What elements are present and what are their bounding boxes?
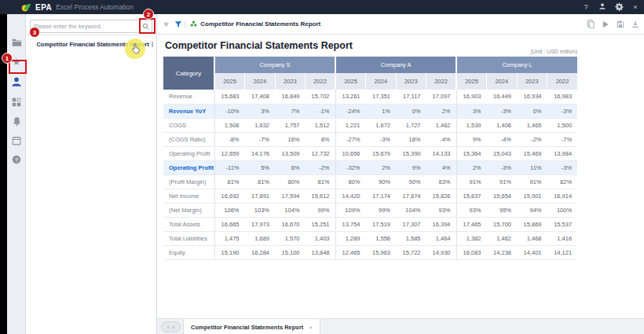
value-cell: 93%	[426, 203, 457, 217]
value-cell: 1,475	[214, 231, 245, 245]
settings-gear-icon[interactable]	[614, 2, 624, 13]
value-cell: 82%	[547, 174, 578, 189]
click-highlight	[125, 39, 145, 59]
value-cell: 100%	[547, 203, 578, 217]
sidebar-calendar-icon[interactable]	[7, 136, 26, 145]
value-cell: 91%	[487, 174, 518, 189]
value-cell: -2%	[517, 132, 547, 146]
value-cell: 1,556	[366, 231, 397, 245]
year-header: 2025	[335, 73, 366, 90]
table-row: (Net Margin)106%103%104%99%109%99%104%93…	[163, 203, 577, 217]
value-cell: 83%	[426, 174, 457, 189]
main-content: ★ | Competitor Financial Statements Repo…	[157, 14, 644, 318]
annotation-box-1	[9, 60, 27, 74]
tab-close-icon[interactable]: ×	[309, 324, 313, 331]
table-row: Operating Profit YoY-11%5%6%-2%-32%2%9%4…	[163, 160, 577, 174]
value-cell: 17,973	[245, 217, 276, 231]
run-play-icon[interactable]	[602, 17, 609, 31]
value-cell: 12,659	[214, 146, 245, 160]
value-cell: 1,539	[456, 118, 487, 132]
value-cell: 15,043	[487, 146, 518, 160]
value-cell: 13,261	[335, 90, 366, 104]
sidebar-modules-icon[interactable]	[7, 97, 26, 107]
report-table: CategoryCompany SCompany ACompany L20252…	[163, 57, 577, 260]
value-cell: 15,679	[366, 146, 397, 160]
navigation-panel: Competitor Financial Statements Report	[26, 14, 157, 334]
value-cell: -3%	[547, 160, 578, 174]
year-header: 2022	[547, 73, 578, 90]
value-cell: 1,585	[396, 231, 426, 245]
value-cell: 99%	[306, 203, 336, 217]
copy-document-icon[interactable]	[587, 17, 595, 31]
filter-funnel-icon[interactable]	[174, 17, 182, 31]
save-icon[interactable]	[617, 17, 624, 31]
value-cell: 1,221	[335, 118, 366, 132]
search-input[interactable]	[31, 23, 139, 30]
year-header: 2024	[366, 73, 397, 90]
value-cell: 17,117	[396, 90, 426, 104]
value-cell: 95%	[487, 203, 518, 217]
value-cell: -4%	[426, 132, 457, 146]
favorite-star-icon[interactable]: ★	[163, 20, 170, 28]
value-cell: 1,406	[487, 118, 518, 132]
value-cell: 16,083	[456, 245, 487, 259]
annotation-step-1: 1	[2, 53, 13, 64]
row-label: COGS	[163, 118, 214, 132]
value-cell: 13,754	[335, 217, 366, 231]
tree-item-menu-box[interactable]	[152, 42, 153, 47]
sidebar-bell-icon[interactable]	[7, 116, 26, 127]
value-cell: 1,632	[245, 118, 276, 132]
user-icon[interactable]	[598, 2, 607, 12]
value-cell: 13,509	[275, 146, 306, 160]
value-cell: 16,983	[547, 90, 578, 104]
year-header: 2022	[426, 73, 457, 90]
close-window-icon[interactable]: ×	[631, 3, 640, 11]
value-cell: 104%	[275, 203, 306, 217]
report-tab-title: Competitor Financial Statements Report	[200, 20, 320, 28]
value-cell: 1,500	[547, 118, 578, 132]
extra-close-icon[interactable]: ×	[295, 323, 298, 330]
value-cell: 17,594	[275, 189, 306, 203]
tab-scroll-buttons[interactable]: ‹ ›	[161, 321, 181, 332]
row-label: Total Liabilities	[163, 231, 214, 245]
brand-initials: EPA	[35, 3, 52, 12]
annotation-box-2	[139, 18, 156, 34]
sidebar-user-icon[interactable]	[7, 76, 26, 87]
year-header: 2024	[487, 73, 518, 90]
scroll-right-icon[interactable]: ›	[173, 324, 175, 331]
value-cell: 17,408	[245, 90, 276, 104]
value-cell: -3%	[487, 160, 518, 174]
row-label: Total Assets	[163, 217, 214, 231]
keyword-search-box[interactable]	[30, 20, 152, 33]
sidebar-folder-icon[interactable]	[7, 38, 26, 46]
value-cell: 0%	[396, 104, 426, 118]
download-icon[interactable]	[631, 17, 639, 31]
value-cell: 0%	[517, 104, 547, 118]
value-cell: 12,465	[335, 245, 366, 259]
year-header: 2022	[306, 73, 336, 90]
sidebar-help-icon[interactable]: ?	[7, 155, 26, 164]
value-cell: 90%	[366, 174, 397, 189]
table-row: Net Income16,69217,89117,59415,61214,420…	[163, 189, 577, 203]
value-cell: 14,121	[547, 245, 578, 259]
table-row: (COGS Ratio)-8%-7%16%8%-27%-3%18%-4%9%-4…	[163, 132, 577, 146]
report-table-head: CategoryCompany SCompany ACompany L20252…	[163, 57, 577, 90]
year-header: 2025	[456, 73, 487, 90]
value-cell: 7%	[275, 104, 306, 118]
value-cell: 16,692	[214, 189, 245, 203]
bottom-tab-report[interactable]: Competitor Financial Statements Report ×	[183, 319, 320, 334]
help-icon[interactable]: ?	[581, 3, 591, 11]
value-cell: 15,963	[366, 245, 397, 259]
value-cell: 15,469	[517, 146, 547, 160]
report-green-icon	[190, 20, 197, 28]
brand-name: Excel Process Automation	[56, 3, 134, 11]
value-cell: 104%	[396, 203, 426, 217]
value-cell: -11%	[214, 160, 245, 174]
scroll-left-icon[interactable]: ‹	[167, 324, 170, 331]
row-label: Revenue	[163, 90, 214, 104]
value-cell: 1,465	[517, 118, 547, 132]
value-cell: 18%	[396, 132, 426, 146]
value-cell: 15,100	[275, 245, 306, 259]
value-cell: -3%	[547, 104, 578, 118]
value-cell: 17,891	[245, 189, 276, 203]
